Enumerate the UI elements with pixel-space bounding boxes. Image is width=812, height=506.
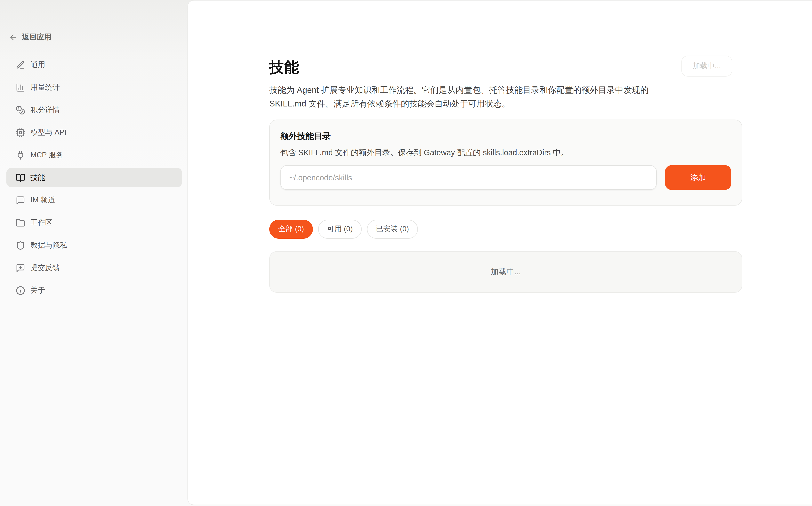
sidebar-item[interactable]: 积分详情 (6, 100, 182, 120)
pen-icon (16, 60, 25, 69)
sidebar-item[interactable]: 关于 (6, 280, 182, 300)
message-square-icon (16, 195, 25, 205)
settings-window: 返回应用 通用 用量统计 积分详情 模型与 API MCP 服务 技能 IM 频… (0, 0, 812, 506)
message-square-plus-icon (16, 263, 25, 272)
sidebar-item-label: IM 频道 (30, 195, 56, 205)
sidebar-item-label: 提交反馈 (30, 263, 60, 272)
page-description-line: 技能为 Agent 扩展专业知识和工作流程。它们是从内置包、托管技能目录和你配置… (269, 83, 742, 97)
page-title: 技能 (269, 58, 299, 78)
sidebar-item-label: 技能 (30, 173, 45, 182)
cpu-icon (16, 128, 25, 137)
filter-pill[interactable]: 已安装 (0) (367, 220, 418, 239)
bar-chart-icon (16, 83, 25, 92)
back-to-app-label: 返回应用 (22, 32, 52, 42)
sidebar-item-label: 模型与 API (30, 128, 66, 137)
sidebar-item[interactable]: IM 频道 (6, 190, 182, 210)
sidebar-item-label: 关于 (30, 286, 45, 295)
info-icon (16, 286, 25, 295)
folder-icon (16, 218, 25, 227)
sidebar-item[interactable]: 数据与隐私 (6, 236, 182, 255)
loading-button[interactable]: 加载中... (681, 56, 732, 77)
sidebar-item[interactable]: 工作区 (6, 213, 182, 233)
filter-pill[interactable]: 可用 (0) (318, 220, 362, 239)
filter-pills: 全部 (0) 可用 (0) 已安装 (0) (269, 220, 418, 239)
sidebar-item-label: 通用 (30, 60, 45, 69)
sidebar-item[interactable]: 技能 (6, 168, 182, 187)
plug-icon (16, 150, 25, 160)
sidebar-item[interactable]: 模型与 API (6, 122, 182, 142)
book-open-icon (16, 173, 25, 182)
card-title: 额外技能目录 (280, 131, 731, 142)
skill-directory-input[interactable] (280, 165, 657, 190)
add-directory-button[interactable]: 添加 (665, 165, 731, 190)
sidebar-item-label: 积分详情 (30, 105, 60, 114)
card-input-row: 添加 (280, 165, 731, 190)
sidebar-item-label: 用量统计 (30, 83, 60, 92)
arrow-left-icon (9, 33, 17, 41)
back-to-app-button[interactable]: 返回应用 (9, 30, 52, 44)
page-description-line: SKILL.md 文件。满足所有依赖条件的技能会自动处于可用状态。 (269, 97, 742, 110)
filter-pill[interactable]: 全部 (0) (269, 220, 313, 239)
extra-skill-dirs-card: 额外技能目录 包含 SKILL.md 文件的额外目录。保存到 Gateway 配… (269, 119, 742, 205)
card-description: 包含 SKILL.md 文件的额外目录。保存到 Gateway 配置的 skil… (280, 148, 731, 158)
sidebar-item-label: 数据与隐私 (30, 240, 67, 250)
sidebar: 返回应用 通用 用量统计 积分详情 模型与 API MCP 服务 技能 IM 频… (0, 0, 187, 506)
coins-icon (16, 105, 25, 114)
shield-icon (16, 240, 25, 250)
sidebar-item-label: MCP 服务 (30, 150, 63, 160)
sidebar-nav: 通用 用量统计 积分详情 模型与 API MCP 服务 技能 IM 频道 工作区… (6, 55, 182, 300)
sidebar-item-label: 工作区 (30, 218, 53, 227)
sidebar-item[interactable]: 通用 (6, 55, 182, 75)
page-description: 技能为 Agent 扩展专业知识和工作流程。它们是从内置包、托管技能目录和你配置… (269, 83, 742, 110)
sidebar-item[interactable]: 提交反馈 (6, 258, 182, 277)
sidebar-item[interactable]: MCP 服务 (6, 145, 182, 165)
skills-list-loading: 加载中... (269, 251, 742, 293)
sidebar-item[interactable]: 用量统计 (6, 78, 182, 97)
